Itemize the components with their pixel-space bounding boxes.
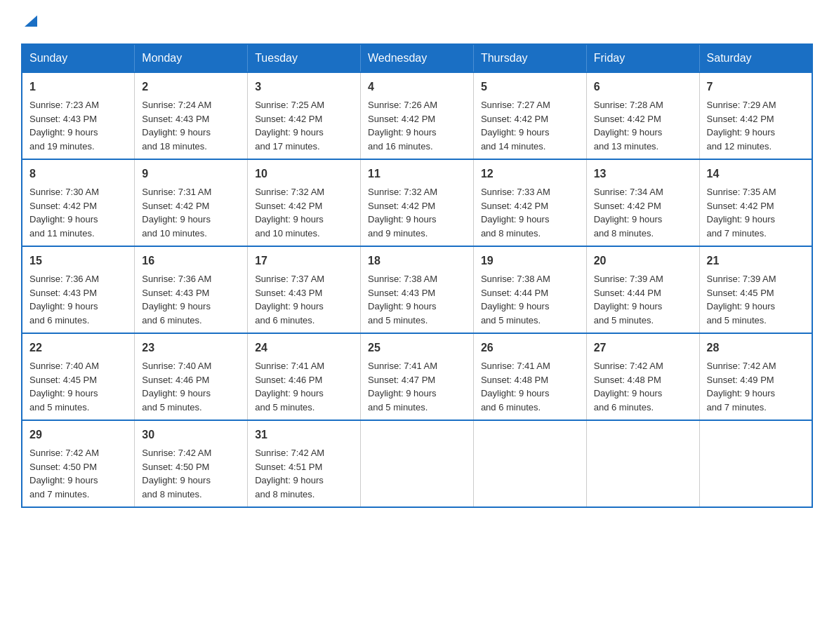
- day-info: Sunrise: 7:41 AMSunset: 4:47 PMDaylight:…: [368, 361, 437, 412]
- calendar-cell: 2Sunrise: 7:24 AMSunset: 4:43 PMDaylight…: [135, 72, 248, 159]
- calendar-table: SundayMondayTuesdayWednesdayThursdayFrid…: [21, 43, 813, 508]
- page-header: [21, 14, 813, 29]
- day-number: 29: [29, 427, 127, 443]
- calendar-cell: 20Sunrise: 7:39 AMSunset: 4:44 PMDayligh…: [586, 246, 699, 333]
- calendar-cell: 18Sunrise: 7:38 AMSunset: 4:43 PMDayligh…: [361, 246, 474, 333]
- day-info: Sunrise: 7:28 AMSunset: 4:42 PMDaylight:…: [594, 100, 663, 152]
- day-info: Sunrise: 7:39 AMSunset: 4:45 PMDaylight:…: [707, 274, 776, 326]
- day-info: Sunrise: 7:40 AMSunset: 4:45 PMDaylight:…: [29, 361, 99, 412]
- day-number: 5: [481, 79, 579, 95]
- calendar-cell: [586, 420, 699, 507]
- day-number: 13: [594, 166, 692, 182]
- day-number: 8: [29, 166, 127, 182]
- day-number: 27: [594, 340, 692, 356]
- calendar-cell: 29Sunrise: 7:42 AMSunset: 4:50 PMDayligh…: [22, 420, 135, 507]
- calendar-cell: 9Sunrise: 7:31 AMSunset: 4:42 PMDaylight…: [135, 159, 248, 246]
- day-info: Sunrise: 7:26 AMSunset: 4:42 PMDaylight:…: [368, 100, 437, 152]
- day-number: 16: [142, 253, 240, 269]
- calendar-cell: [473, 420, 586, 507]
- day-number: 31: [255, 427, 353, 443]
- day-number: 15: [29, 253, 127, 269]
- day-info: Sunrise: 7:37 AMSunset: 4:43 PMDaylight:…: [255, 274, 324, 326]
- day-number: 30: [142, 427, 240, 443]
- day-number: 28: [707, 340, 805, 356]
- day-number: 12: [481, 166, 579, 182]
- day-info: Sunrise: 7:42 AMSunset: 4:50 PMDaylight:…: [29, 448, 99, 499]
- day-info: Sunrise: 7:38 AMSunset: 4:44 PMDaylight:…: [481, 274, 550, 326]
- day-number: 22: [29, 340, 127, 356]
- header-sunday: Sunday: [22, 44, 135, 72]
- svg-marker-0: [25, 15, 37, 27]
- day-info: Sunrise: 7:39 AMSunset: 4:44 PMDaylight:…: [594, 274, 663, 326]
- calendar-cell: 16Sunrise: 7:36 AMSunset: 4:43 PMDayligh…: [135, 246, 248, 333]
- header-saturday: Saturday: [699, 44, 812, 72]
- day-number: 21: [707, 253, 805, 269]
- calendar-week-row: 22Sunrise: 7:40 AMSunset: 4:45 PMDayligh…: [22, 333, 812, 420]
- calendar-cell: 13Sunrise: 7:34 AMSunset: 4:42 PMDayligh…: [586, 159, 699, 246]
- day-info: Sunrise: 7:42 AMSunset: 4:51 PMDaylight:…: [255, 448, 324, 499]
- day-info: Sunrise: 7:42 AMSunset: 4:50 PMDaylight:…: [142, 448, 211, 499]
- day-info: Sunrise: 7:24 AMSunset: 4:43 PMDaylight:…: [142, 100, 211, 152]
- calendar-week-row: 29Sunrise: 7:42 AMSunset: 4:50 PMDayligh…: [22, 420, 812, 507]
- day-info: Sunrise: 7:29 AMSunset: 4:42 PMDaylight:…: [707, 100, 776, 152]
- day-number: 26: [481, 340, 579, 356]
- day-number: 11: [368, 166, 466, 182]
- header-monday: Monday: [135, 44, 248, 72]
- day-info: Sunrise: 7:42 AMSunset: 4:48 PMDaylight:…: [594, 361, 663, 412]
- calendar-cell: [361, 420, 474, 507]
- header-wednesday: Wednesday: [361, 44, 474, 72]
- calendar-cell: 12Sunrise: 7:33 AMSunset: 4:42 PMDayligh…: [473, 159, 586, 246]
- day-number: 24: [255, 340, 353, 356]
- calendar-cell: 25Sunrise: 7:41 AMSunset: 4:47 PMDayligh…: [361, 333, 474, 420]
- day-number: 1: [29, 79, 127, 95]
- calendar-cell: 19Sunrise: 7:38 AMSunset: 4:44 PMDayligh…: [473, 246, 586, 333]
- day-info: Sunrise: 7:34 AMSunset: 4:42 PMDaylight:…: [594, 187, 663, 239]
- calendar-header-row: SundayMondayTuesdayWednesdayThursdayFrid…: [22, 44, 812, 72]
- calendar-cell: 30Sunrise: 7:42 AMSunset: 4:50 PMDayligh…: [135, 420, 248, 507]
- calendar-cell: 21Sunrise: 7:39 AMSunset: 4:45 PMDayligh…: [699, 246, 812, 333]
- day-number: 7: [707, 79, 805, 95]
- logo: [21, 14, 39, 29]
- calendar-cell: 14Sunrise: 7:35 AMSunset: 4:42 PMDayligh…: [699, 159, 812, 246]
- day-number: 4: [368, 79, 466, 95]
- calendar-cell: 17Sunrise: 7:37 AMSunset: 4:43 PMDayligh…: [248, 246, 361, 333]
- day-number: 9: [142, 166, 240, 182]
- day-number: 25: [368, 340, 466, 356]
- day-info: Sunrise: 7:36 AMSunset: 4:43 PMDaylight:…: [29, 274, 99, 326]
- calendar-week-row: 15Sunrise: 7:36 AMSunset: 4:43 PMDayligh…: [22, 246, 812, 333]
- logo-triangle-icon: [23, 14, 39, 29]
- header-friday: Friday: [586, 44, 699, 72]
- day-info: Sunrise: 7:41 AMSunset: 4:46 PMDaylight:…: [255, 361, 324, 412]
- day-number: 19: [481, 253, 579, 269]
- calendar-cell: 1Sunrise: 7:23 AMSunset: 4:43 PMDaylight…: [22, 72, 135, 159]
- calendar-cell: 27Sunrise: 7:42 AMSunset: 4:48 PMDayligh…: [586, 333, 699, 420]
- calendar-week-row: 8Sunrise: 7:30 AMSunset: 4:42 PMDaylight…: [22, 159, 812, 246]
- day-info: Sunrise: 7:42 AMSunset: 4:49 PMDaylight:…: [707, 361, 776, 412]
- calendar-cell: 11Sunrise: 7:32 AMSunset: 4:42 PMDayligh…: [361, 159, 474, 246]
- day-number: 17: [255, 253, 353, 269]
- calendar-cell: 10Sunrise: 7:32 AMSunset: 4:42 PMDayligh…: [248, 159, 361, 246]
- day-number: 10: [255, 166, 353, 182]
- calendar-cell: 22Sunrise: 7:40 AMSunset: 4:45 PMDayligh…: [22, 333, 135, 420]
- day-number: 23: [142, 340, 240, 356]
- day-number: 2: [142, 79, 240, 95]
- day-info: Sunrise: 7:38 AMSunset: 4:43 PMDaylight:…: [368, 274, 437, 326]
- day-info: Sunrise: 7:32 AMSunset: 4:42 PMDaylight:…: [368, 187, 437, 239]
- day-info: Sunrise: 7:27 AMSunset: 4:42 PMDaylight:…: [481, 100, 550, 152]
- calendar-cell: 8Sunrise: 7:30 AMSunset: 4:42 PMDaylight…: [22, 159, 135, 246]
- calendar-cell: 7Sunrise: 7:29 AMSunset: 4:42 PMDaylight…: [699, 72, 812, 159]
- day-info: Sunrise: 7:31 AMSunset: 4:42 PMDaylight:…: [142, 187, 211, 239]
- header-tuesday: Tuesday: [248, 44, 361, 72]
- day-info: Sunrise: 7:30 AMSunset: 4:42 PMDaylight:…: [29, 187, 99, 239]
- calendar-cell: 28Sunrise: 7:42 AMSunset: 4:49 PMDayligh…: [699, 333, 812, 420]
- calendar-cell: 4Sunrise: 7:26 AMSunset: 4:42 PMDaylight…: [361, 72, 474, 159]
- day-info: Sunrise: 7:33 AMSunset: 4:42 PMDaylight:…: [481, 187, 550, 239]
- calendar-cell: 26Sunrise: 7:41 AMSunset: 4:48 PMDayligh…: [473, 333, 586, 420]
- day-info: Sunrise: 7:41 AMSunset: 4:48 PMDaylight:…: [481, 361, 550, 412]
- day-number: 14: [707, 166, 805, 182]
- calendar-cell: 31Sunrise: 7:42 AMSunset: 4:51 PMDayligh…: [248, 420, 361, 507]
- day-info: Sunrise: 7:36 AMSunset: 4:43 PMDaylight:…: [142, 274, 211, 326]
- day-info: Sunrise: 7:40 AMSunset: 4:46 PMDaylight:…: [142, 361, 211, 412]
- day-number: 6: [594, 79, 692, 95]
- day-info: Sunrise: 7:35 AMSunset: 4:42 PMDaylight:…: [707, 187, 776, 239]
